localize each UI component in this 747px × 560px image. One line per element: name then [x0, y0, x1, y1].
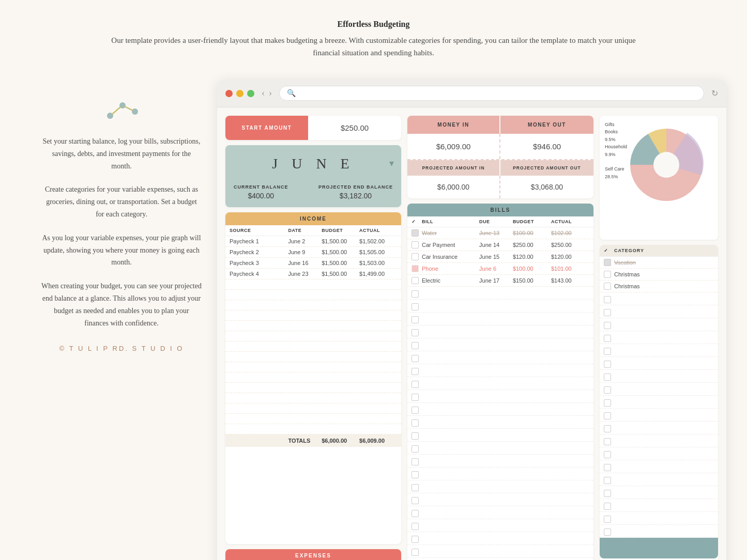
forward-icon[interactable]: › [269, 88, 272, 99]
june-card: J U N E ▾ CURRENT BALANCE $400.00 PROJEC… [225, 145, 401, 207]
table-row [407, 390, 593, 403]
svg-line-4 [125, 106, 133, 111]
expenses-card: EXPENSES CATEGORY BUDGET ACTUAL Transpor… [225, 549, 401, 560]
checkbox[interactable] [411, 277, 419, 284]
table-row [407, 377, 593, 390]
table-row [600, 357, 718, 370]
checkbox[interactable] [604, 259, 611, 266]
table-row: Christmas [600, 281, 718, 292]
table-row [407, 532, 593, 545]
money-out-value: $946.00 [500, 134, 593, 159]
browser-dots [225, 90, 254, 97]
table-row: Car Payment June 14 $250.00 $250.00 [407, 239, 593, 251]
cat-col-category: CATEGORY [614, 248, 644, 253]
table-row [600, 331, 718, 344]
income-totals-row: TOTALS $6,000.00 $6,009.00 [225, 434, 401, 447]
checkbox[interactable] [604, 271, 611, 278]
pie-legend-household: Household9.9% [605, 143, 627, 158]
table-row [225, 310, 401, 321]
dot-yellow[interactable] [236, 90, 243, 97]
table-row [407, 416, 593, 429]
table-row [600, 292, 718, 305]
checkbox[interactable] [411, 265, 419, 272]
table-row [225, 424, 401, 434]
table-row: Christmas [600, 269, 718, 281]
svg-line-3 [112, 107, 120, 114]
bills-col-actual: ACTUAL [551, 219, 589, 224]
table-row [407, 287, 593, 300]
table-row [600, 422, 718, 434]
categories-footer [600, 538, 718, 558]
browser-mockup: ‹ › 🔍 ↻ START AMOUNT $250.00 J U N E ▾ [217, 80, 726, 560]
table-row [225, 290, 401, 300]
refresh-icon[interactable]: ↻ [711, 88, 718, 98]
table-row [225, 393, 401, 403]
header-description: Our template provides a user-friendly la… [103, 34, 644, 59]
copyright: © T U L I P RD. S T U D I O [41, 345, 202, 352]
money-values: $6,009.00 $946.00 [407, 134, 593, 160]
back-icon[interactable]: ‹ [262, 88, 265, 99]
table-row [407, 364, 593, 377]
checkbox[interactable] [411, 229, 419, 237]
current-balance-label: CURRENT BALANCE [234, 184, 288, 190]
table-row [600, 473, 718, 486]
dot-red[interactable] [225, 90, 233, 97]
svg-point-2 [132, 108, 138, 115]
browser-bar: ‹ › 🔍 ↻ [217, 80, 726, 107]
bills-header: BILLS [407, 204, 593, 216]
checkbox[interactable] [411, 253, 419, 260]
table-row [407, 493, 593, 506]
projected-end-balance: PROJECTED END BALANCE $3,182.00 [318, 184, 393, 200]
browser-search[interactable]: 🔍 [279, 86, 704, 101]
table-row: Water June 13 $100.00 $102.00 [407, 227, 593, 239]
dot-green[interactable] [247, 90, 254, 97]
browser-nav: ‹ › [262, 88, 272, 99]
income-card: INCOME SOURCE DATE BUDGET ACTUAL Paychec… [225, 212, 401, 544]
table-row [407, 300, 593, 313]
projected-header: PROJECTED AMOUNT IN PROJECTED AMOUNT OUT [407, 160, 593, 176]
network-icon [41, 95, 202, 126]
money-header: MONEY IN MONEY OUT [407, 116, 593, 134]
table-row [225, 372, 401, 383]
table-row [225, 331, 401, 341]
june-balances: CURRENT BALANCE $400.00 PROJECTED END BA… [234, 179, 393, 200]
dropdown-icon[interactable]: ▾ [389, 158, 394, 169]
table-row [600, 396, 718, 409]
checkbox[interactable] [604, 283, 611, 290]
current-balance-value: $400.00 [234, 192, 288, 200]
bills-col-check: ✓ [411, 219, 422, 224]
money-in-label: MONEY IN [407, 116, 500, 134]
table-row [225, 300, 401, 310]
bills-card: BILLS ✓ BILL DUE BUDGET ACTUAL Water Jun… [407, 204, 593, 560]
table-row [225, 362, 401, 372]
pie-legend-gifts: Gifts [605, 121, 627, 128]
pie-legend-selfcare: Self Care28.5% [605, 165, 627, 180]
bills-col-bill: BILL [422, 219, 479, 224]
table-row [407, 325, 593, 338]
pie-legend: Gifts Books9.5% Household9.9% Self Care2… [605, 121, 627, 180]
sidebar-text-2: Create categories for your variable expe… [41, 183, 202, 220]
income-rows: Paycheck 1June 2$1,500.00$1,502.00 Paych… [225, 236, 401, 279]
projected-end-value: $3,182.00 [318, 192, 393, 200]
table-row: Paycheck 2June 9$1,500.00$1,505.00 [225, 247, 401, 258]
main-layout: Set your starting balance, log your bill… [0, 69, 747, 560]
start-amount-card: START AMOUNT $250.00 [225, 116, 401, 140]
income-header: INCOME [225, 212, 401, 225]
money-out-label: MONEY OUT [500, 116, 593, 134]
table-row [225, 403, 401, 414]
pie-chart [625, 123, 708, 206]
header: Effortless Budgeting Our template provid… [0, 0, 747, 69]
page-title: Effortless Budgeting [103, 20, 644, 29]
income-col-headers: SOURCE DATE BUDGET ACTUAL [225, 225, 401, 236]
table-row [600, 434, 718, 447]
categories-empty-rows [600, 292, 718, 538]
start-amount-label: START AMOUNT [225, 116, 308, 140]
left-sidebar: Set your starting balance, log your bill… [41, 80, 202, 352]
table-row [225, 341, 401, 352]
bills-empty-rows [407, 287, 593, 560]
sidebar-text-3: As you log your variable expenses, your … [41, 232, 202, 269]
table-row: Paycheck 1June 2$1,500.00$1,502.00 [225, 236, 401, 247]
checkbox[interactable] [411, 241, 419, 248]
table-row [407, 403, 593, 416]
right-panel: Gifts Books9.5% Household9.9% Self Care2… [600, 116, 718, 560]
